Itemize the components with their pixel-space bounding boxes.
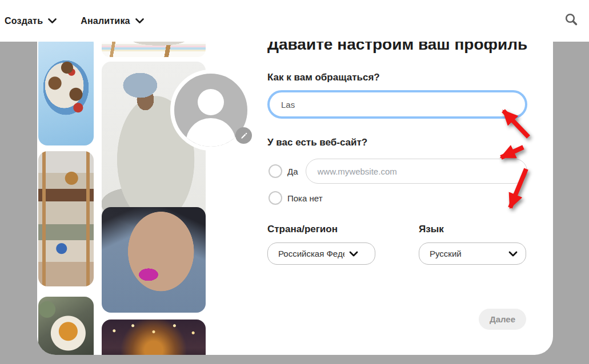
woman-pink-lips-photo[interactable] [102, 207, 206, 313]
language-label: Язык [419, 224, 444, 235]
chevron-down-icon [135, 18, 144, 24]
chevron-down-icon [349, 251, 358, 257]
chevron-down-icon [508, 251, 518, 257]
country-select[interactable]: Российская Федер [267, 242, 375, 265]
name-question-label: Как к вам обращаться? [267, 72, 380, 83]
analytics-menu[interactable]: Аналитика [81, 16, 144, 26]
profile-setup-modal: Давайте настроим ваш профиль Как к вам о… [37, 23, 553, 355]
language-select-value: Русский [430, 249, 504, 258]
radio-website-yes[interactable] [269, 164, 282, 178]
website-url-input[interactable] [306, 159, 527, 184]
create-menu-label: Создать [5, 16, 43, 26]
profile-setup-form: Давайте настроим ваш профиль Как к вам о… [267, 23, 527, 355]
next-button[interactable]: Далее [479, 309, 526, 330]
search-icon [564, 13, 578, 26]
website-no-row: Пока нет [269, 191, 323, 205]
website-question-label: У вас есть веб-сайт? [267, 137, 367, 148]
bunk-bed-kids-photo[interactable] [38, 151, 94, 286]
top-nav-header: Создать Аналитика [0, 0, 589, 42]
chevron-down-icon [48, 18, 57, 24]
search-button[interactable] [564, 12, 579, 27]
food-tray-photo[interactable] [38, 34, 94, 145]
page: Давайте настроим ваш профиль Как к вам о… [0, 0, 589, 364]
name-input[interactable] [267, 90, 527, 119]
edit-avatar-button[interactable] [235, 127, 252, 144]
radio-no-label: Пока нет [287, 193, 323, 203]
radio-yes-label: Да [287, 167, 298, 176]
language-select[interactable]: Русский [419, 242, 526, 265]
create-menu[interactable]: Создать [5, 16, 57, 26]
radio-website-no[interactable] [269, 191, 282, 205]
country-label: Страна/регион [267, 224, 338, 235]
night-street-photo[interactable] [102, 319, 206, 355]
analytics-menu-label: Аналитика [81, 16, 130, 26]
food-bowl-photo[interactable] [38, 297, 94, 355]
website-yes-row: Да [269, 159, 527, 184]
country-select-value: Российская Федер [278, 249, 344, 258]
pencil-icon [240, 132, 248, 140]
